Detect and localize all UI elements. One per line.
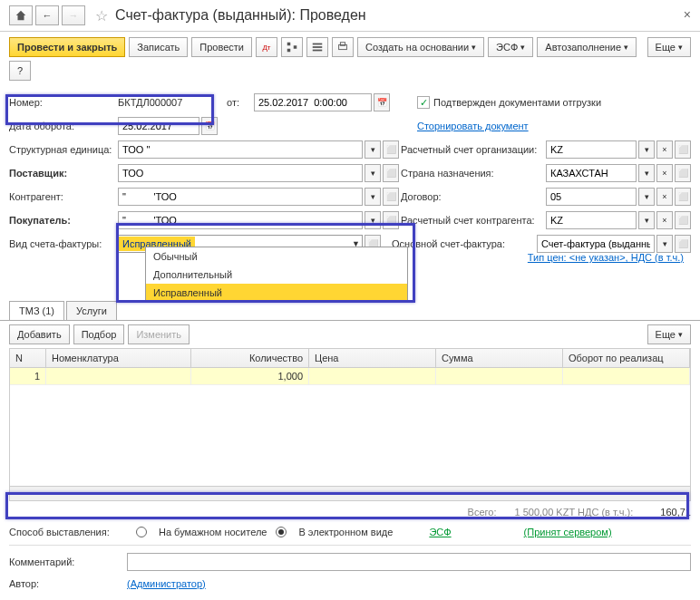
datetime-field[interactable]	[254, 93, 372, 111]
calendar-icon[interactable]: 📅	[374, 93, 390, 111]
cell-price	[309, 368, 436, 384]
more-button[interactable]: Еще	[647, 37, 691, 57]
confirmed-label: Подтвержден документами отгрузки	[433, 97, 601, 108]
open-icon-cc[interactable]: ⬜	[675, 211, 691, 229]
esf-button[interactable]: ЭСФ	[488, 37, 533, 57]
open-icon-c[interactable]: ⬜	[675, 164, 691, 182]
confirmed-checkbox[interactable]: ✓	[417, 96, 430, 109]
radio-electronic[interactable]	[276, 527, 287, 537]
storno-link[interactable]: Сторнировать документ	[417, 121, 529, 131]
contract-field[interactable]	[546, 188, 637, 206]
create-based-button[interactable]: Создать на основании	[357, 37, 484, 57]
open-icon-2[interactable]: ⬜	[675, 140, 691, 159]
paper-label: На бумажном носителе	[159, 527, 267, 537]
open-icon-mi[interactable]: ⬜	[675, 235, 691, 253]
dd-icon-cc[interactable]: ▾	[638, 211, 655, 229]
author-row: Автор: (Администратор)	[0, 575, 700, 593]
cell-ob	[563, 368, 690, 384]
open-icon-s[interactable]: ⬜	[383, 164, 399, 182]
supplier-field[interactable]	[118, 164, 363, 182]
date-turn-label: Дата оборота:	[9, 121, 118, 131]
col-qty[interactable]: Количество	[191, 349, 309, 367]
calendar-icon-2[interactable]: 📅	[201, 117, 218, 135]
accepted-link[interactable]: (Принят сервером)	[524, 527, 612, 537]
buyer-field[interactable]	[118, 211, 363, 229]
col-nom[interactable]: Номенклатура	[46, 349, 191, 367]
col-sum[interactable]: Сумма	[436, 349, 563, 367]
x-icon[interactable]: ×	[656, 140, 673, 159]
col-ob[interactable]: Оборот по реализац	[563, 349, 690, 367]
dd-icon-b[interactable]: ▾	[365, 211, 381, 229]
dd-icon-mi[interactable]: ▾	[656, 235, 673, 253]
print-icon[interactable]	[332, 37, 354, 57]
svg-rect-5	[313, 50, 323, 52]
dd-icon-ca[interactable]: ▾	[365, 188, 381, 206]
from-label: от:	[227, 97, 254, 108]
contract-label: Договор:	[401, 191, 546, 202]
open-icon[interactable]: ▾	[365, 140, 381, 159]
dd-icon-ct[interactable]: ▾	[638, 188, 655, 206]
home-button[interactable]	[9, 5, 33, 25]
back-button[interactable]: ←	[35, 5, 59, 25]
x-icon-cc[interactable]: ×	[656, 211, 673, 229]
cell-n: 1	[10, 368, 46, 384]
comment-field[interactable]	[127, 553, 691, 571]
dropdown-option-selected[interactable]: Исправленный	[146, 284, 407, 302]
grid-more-button[interactable]: Еще	[647, 324, 691, 344]
radio-paper[interactable]	[136, 527, 147, 537]
save-button[interactable]: Записать	[129, 37, 188, 57]
grid-header: N Номенклатура Количество Цена Сумма Обо…	[10, 349, 690, 368]
forward-button[interactable]: →	[62, 5, 85, 25]
cell-nom	[46, 368, 191, 384]
help-button[interactable]: ?	[9, 61, 31, 81]
author-link[interactable]: (Администратор)	[127, 578, 206, 589]
list-icon[interactable]	[306, 37, 328, 57]
country-field[interactable]	[546, 164, 637, 182]
calc-acc-contr-field[interactable]	[546, 211, 637, 229]
table-row[interactable]: 1 1,000	[10, 368, 690, 385]
main-invoice-field[interactable]	[537, 235, 655, 253]
x-icon-ct[interactable]: ×	[656, 188, 673, 206]
dtkt-icon[interactable]: Дт	[256, 37, 277, 57]
post-close-button[interactable]: Провести и закрыть	[9, 37, 125, 57]
x-icon-c[interactable]: ×	[656, 164, 673, 182]
tab-services[interactable]: Услуги	[66, 301, 117, 320]
dd-icon-c[interactable]: ▾	[638, 164, 655, 182]
electronic-label: В электронном виде	[298, 527, 393, 537]
close-button[interactable]: ×	[684, 7, 691, 22]
svg-rect-0	[287, 43, 291, 46]
price-type-link[interactable]: Тип цен: <не указан>, НДС (в т.ч.)	[528, 252, 684, 263]
date-turn-field[interactable]	[118, 117, 199, 135]
add-button[interactable]: Добавить	[9, 324, 70, 344]
number-value: БКТДЛ000007	[118, 97, 227, 108]
dd-icon[interactable]: ▾	[638, 140, 655, 159]
dd-icon-s[interactable]: ▾	[365, 164, 381, 182]
author-label: Автор:	[9, 578, 118, 589]
svg-rect-2	[294, 45, 297, 49]
tab-tmz[interactable]: ТМЗ (1)	[9, 301, 64, 320]
col-n[interactable]: N	[10, 349, 46, 367]
post-button[interactable]: Провести	[191, 37, 252, 57]
dropdown-option[interactable]: Обычный	[146, 247, 407, 266]
esf-link[interactable]: ЭСФ	[429, 527, 451, 537]
horizontal-scrollbar[interactable]	[10, 486, 690, 500]
grid-body[interactable]: 1 1,000	[10, 368, 690, 486]
open-icon-ct[interactable]: ⬜	[675, 188, 691, 206]
select-icon[interactable]: ⬜	[383, 140, 399, 159]
col-price[interactable]: Цена	[309, 349, 436, 367]
calc-acc-org-field[interactable]	[546, 140, 637, 159]
open-icon-ca[interactable]: ⬜	[383, 188, 399, 206]
number-label: Номер:	[9, 97, 118, 108]
invoice-type-label: Вид счета-фактуры:	[9, 238, 118, 249]
open-icon-b[interactable]: ⬜	[383, 211, 399, 229]
counteragent-field[interactable]	[118, 188, 363, 206]
dropdown-option[interactable]: Дополнительный	[146, 266, 407, 284]
struct-field[interactable]	[118, 140, 363, 159]
svg-rect-4	[313, 46, 323, 48]
select-button[interactable]: Подбор	[73, 324, 125, 344]
struct-label: Структурная единица:	[9, 144, 118, 155]
change-button[interactable]: Изменить	[128, 324, 190, 344]
structure-icon[interactable]	[281, 37, 303, 57]
autofill-button[interactable]: Автозаполнение	[537, 37, 637, 57]
star-icon[interactable]: ☆	[95, 7, 108, 24]
